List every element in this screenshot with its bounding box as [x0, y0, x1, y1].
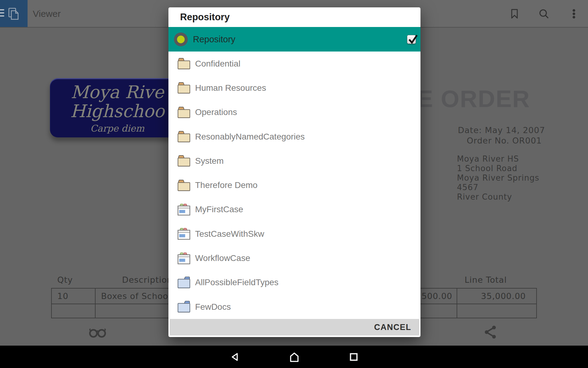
address-line: Moya River HS — [457, 154, 539, 164]
repository-checkbox[interactable] — [407, 35, 416, 44]
list-item-confidential[interactable]: Confidential — [168, 52, 420, 76]
date-line: Date: May 14, 2007 — [458, 125, 545, 136]
repository-icon — [174, 33, 188, 46]
list-item-allpossiblefieldtypes[interactable]: AllPossibleFieldTypes — [168, 270, 420, 295]
share-icon[interactable] — [484, 325, 497, 339]
logo-line2: Highschoo — [50, 102, 185, 121]
list-item-label: Therefore Demo — [195, 180, 258, 190]
repository-dialog: Repository Repository Confidential Human… — [168, 7, 420, 337]
list-item-label: AllPossibleFieldTypes — [195, 278, 278, 287]
list-item-label: Operations — [195, 107, 237, 117]
menu-icon[interactable] — [0, 9, 4, 18]
logo-line1: Moya Rive — [50, 78, 185, 102]
list-item-label: FewDocs — [195, 302, 231, 312]
folder-icon — [177, 130, 191, 143]
list-item-testcasewithskw[interactable]: TestCaseWithSkw — [168, 222, 420, 246]
cell-qty: 10 — [52, 289, 96, 304]
address-line: 1 School Road — [457, 164, 539, 173]
selected-repository-label: Repository — [193, 34, 236, 44]
list-item-label: Confidential — [195, 59, 240, 69]
dialog-title: Repository — [168, 7, 420, 27]
folder-icon — [177, 179, 191, 192]
home-icon[interactable] — [288, 352, 300, 362]
android-nav-bar — [0, 346, 588, 368]
dialog-footer: CANCEL — [170, 319, 419, 335]
blue-folder-icon — [177, 301, 191, 313]
address-line: Moya River Springs — [457, 173, 539, 183]
checkmark-icon — [408, 33, 418, 45]
list-item-resonablynamedcategories[interactable]: ResonablyNamedCategories — [168, 125, 420, 149]
cell-line-total: 35,000.00 — [457, 289, 535, 304]
back-icon[interactable] — [230, 352, 240, 362]
list-item-label: ResonablyNamedCategories — [195, 132, 305, 142]
school-logo: Moya Rive Highschoo Carpe diem — [50, 78, 185, 137]
list-item-label: MyFirstCase — [195, 205, 243, 214]
list-item-workflowcase[interactable]: WorkflowCase — [168, 246, 420, 270]
selected-repository-row[interactable]: Repository — [168, 27, 420, 52]
list-item-label: WorkflowCase — [195, 253, 250, 263]
search-icon[interactable] — [538, 8, 550, 20]
list-item-fewdocs[interactable]: FewDocs — [168, 295, 420, 319]
address-line: River County — [457, 192, 539, 202]
list-item-label: TestCaseWithSkw — [195, 229, 264, 239]
list-item-label: Human Resources — [195, 83, 266, 93]
list-item-label: System — [195, 156, 224, 166]
overflow-menu-icon[interactable] — [568, 8, 580, 20]
folder-icon — [177, 82, 191, 94]
order-date-block: Date: May 14, 2007 Order No. OR001 — [458, 125, 545, 146]
list-item-myfirstcase[interactable]: MyFirstCase — [168, 197, 420, 222]
cancel-button[interactable]: CANCEL — [366, 323, 420, 332]
case-icon — [177, 228, 191, 240]
page-title: Viewer — [33, 9, 61, 19]
app-logo-square[interactable] — [0, 0, 28, 27]
address-block: Moya River HS 1 School Road Moya River S… — [457, 154, 539, 202]
bookmark-icon[interactable] — [509, 8, 520, 20]
case-icon — [177, 203, 191, 216]
folder-icon — [177, 57, 191, 70]
case-icon — [177, 252, 191, 265]
repository-list: Confidential Human Resources Operations … — [168, 52, 420, 319]
list-item-therefore-demo[interactable]: Therefore Demo — [168, 173, 420, 197]
column-header-line-total: Line Total — [458, 275, 537, 285]
folder-icon — [177, 106, 191, 119]
list-item-human-resources[interactable]: Human Resources — [168, 76, 420, 100]
folder-icon — [177, 155, 191, 167]
logo-motto: Carpe diem — [50, 123, 185, 134]
read-mode-glasses-icon[interactable] — [86, 326, 110, 339]
order-number-line: Order No. OR001 — [467, 136, 545, 146]
list-item-system[interactable]: System — [168, 149, 420, 173]
recents-icon[interactable] — [349, 352, 359, 362]
list-item-operations[interactable]: Operations — [168, 100, 420, 125]
address-line: 4567 — [457, 183, 539, 192]
column-header-qty: Qty — [51, 275, 96, 285]
blue-folder-icon — [177, 276, 191, 289]
documents-icon — [8, 8, 20, 20]
